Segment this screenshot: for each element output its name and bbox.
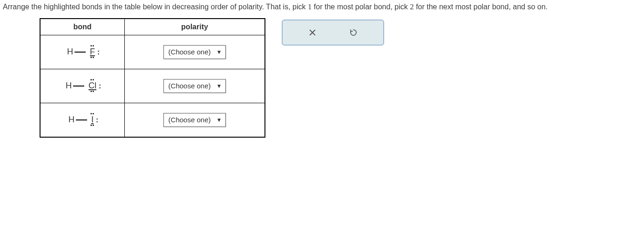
header-polarity: polarity (125, 19, 265, 35)
polarity-dropdown-2[interactable]: (Choose one) ▼ (163, 79, 226, 93)
polarity-table: bond polarity H F (40, 18, 265, 138)
lone-pair-icon (90, 112, 95, 116)
lone-pair-icon (90, 55, 95, 60)
bond-cell-hcl: H Cl (40, 69, 125, 103)
reset-button[interactable] (346, 26, 360, 40)
bond-line-icon (75, 52, 86, 53)
header-bond: bond (40, 19, 125, 35)
polarity-cell: (Choose one) ▼ (125, 69, 265, 103)
lone-pair-icon (90, 44, 95, 48)
polarity-dropdown-3[interactable]: (Choose one) ▼ (163, 113, 226, 127)
instructions-pre: Arrange the highlighted bonds in the tab… (3, 3, 308, 11)
lone-pair-icon (90, 89, 95, 94)
chevron-down-icon: ▼ (217, 117, 222, 123)
reset-icon (349, 28, 358, 37)
lone-pair-icon (97, 49, 100, 55)
polarity-dropdown-1[interactable]: (Choose one) ▼ (163, 45, 226, 59)
instructions: Arrange the highlighted bonds in the tab… (0, 0, 644, 18)
atom-left: H (67, 47, 73, 57)
instructions-mid: for the most polar bond, pick (312, 3, 410, 11)
lone-pair-icon (96, 117, 99, 123)
x-icon (308, 28, 317, 37)
atom-right: F (87, 47, 98, 57)
table-row: H I (Choose one) ▼ (40, 103, 265, 137)
bond-line-icon (73, 86, 84, 86)
atom-right: Cl (86, 81, 99, 91)
chevron-down-icon: ▼ (217, 83, 222, 89)
dropdown-placeholder: (Choose one) (169, 48, 211, 56)
atom-left: H (68, 115, 75, 125)
bond-cell-hi: H I (40, 103, 125, 137)
atom-left: H (66, 81, 72, 91)
rank-number-2: 2 (410, 2, 414, 11)
lone-pair-icon (99, 83, 102, 89)
atom-right: I (88, 115, 96, 125)
action-panel (282, 20, 384, 46)
bond-line-icon (76, 120, 87, 120)
chevron-down-icon: ▼ (217, 49, 222, 55)
bond-cell-hf: H F (40, 35, 125, 69)
dropdown-placeholder: (Choose one) (169, 82, 211, 90)
instructions-post: for the next most polar bond, and so on. (414, 3, 548, 11)
table-row: H F (Choose one) ▼ (40, 35, 265, 69)
lone-pair-icon (90, 123, 95, 128)
clear-button[interactable] (305, 26, 319, 40)
polarity-cell: (Choose one) ▼ (125, 103, 265, 137)
table-row: H Cl (Choose one) ▼ (40, 69, 265, 103)
dropdown-placeholder: (Choose one) (169, 116, 211, 124)
lone-pair-icon (90, 78, 95, 82)
polarity-cell: (Choose one) ▼ (125, 35, 265, 69)
